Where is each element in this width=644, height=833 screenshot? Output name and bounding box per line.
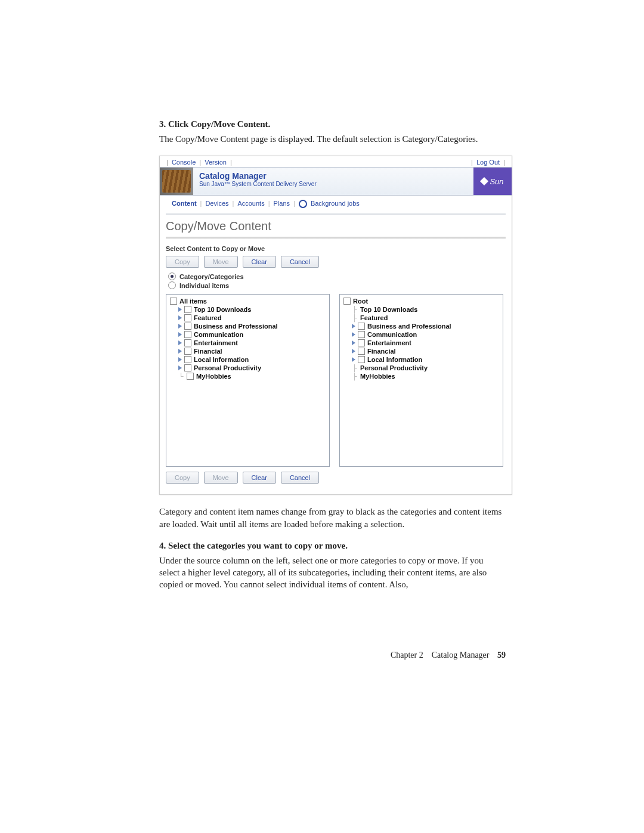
clear-button[interactable]: Clear [243, 472, 276, 484]
cancel-button[interactable]: Cancel [281, 256, 319, 268]
checkbox-icon[interactable] [184, 306, 191, 313]
footer-chapter: Chapter 2 [391, 651, 423, 659]
tree-item[interactable]: ├Featured [343, 314, 499, 322]
tree-item[interactable]: Featured [170, 314, 326, 322]
button-row-bottom: Copy Move Clear Cancel [166, 472, 506, 484]
radio-categories[interactable]: Category/Categories [168, 272, 506, 280]
dest-tree-panel: Root ├Top 10 Downloads├FeaturedBusiness … [339, 294, 503, 467]
link-version[interactable]: Version [205, 159, 227, 166]
tree-item[interactable]: Communication [170, 330, 326, 339]
cancel-button[interactable]: Cancel [281, 472, 319, 484]
step3-body: The Copy/Move Content page is displayed.… [159, 133, 506, 145]
expander-icon[interactable] [352, 340, 355, 345]
checkbox-icon[interactable] [358, 323, 365, 330]
expander-icon[interactable] [178, 349, 182, 354]
app-screenshot: | Console | Version | | Log Out | Catalo… [159, 156, 512, 495]
tree-item[interactable]: └MyHobbies [170, 372, 326, 380]
expander-icon[interactable] [352, 324, 355, 329]
expander-icon[interactable] [178, 340, 182, 345]
checkbox-icon[interactable] [358, 356, 365, 363]
step4-title: Select the categories you want to copy o… [168, 541, 348, 550]
tree-item[interactable]: Entertainment [343, 339, 499, 347]
tree-item-label: Financial [194, 348, 222, 355]
step4-body: Under the source column on the left, sel… [159, 555, 506, 591]
expander-icon[interactable] [178, 315, 182, 320]
move-button[interactable]: Move [204, 472, 238, 484]
tree-item[interactable]: Communication [343, 330, 499, 339]
nav-devices[interactable]: Devices [205, 200, 228, 207]
expander-icon[interactable] [178, 366, 182, 370]
tree-item[interactable]: Local Information [170, 355, 326, 364]
step3-title: Click Copy/Move Content. [168, 119, 270, 129]
copy-button[interactable]: Copy [166, 472, 199, 484]
checkbox-icon[interactable] [170, 298, 177, 305]
expander-icon[interactable] [178, 307, 182, 312]
tree-item[interactable]: Personal Productivity [170, 364, 326, 372]
copy-button[interactable]: Copy [166, 256, 199, 268]
tree-item[interactable]: Local Information [343, 355, 499, 364]
tree-item[interactable]: Financial [343, 347, 499, 355]
tree-line-icon: ├ [352, 314, 358, 321]
tree-line-icon: ├ [352, 364, 358, 371]
tree-item-label: Entertainment [367, 339, 411, 346]
header-band: Catalog Manager Sun Java™ System Content… [160, 167, 512, 196]
tree-root-label: Root [353, 298, 368, 305]
checkbox-icon[interactable] [184, 348, 191, 355]
expander-icon[interactable] [178, 357, 182, 362]
step3-num: 3. [159, 119, 166, 129]
tree-item[interactable]: ├Personal Productivity [343, 364, 499, 372]
nav-background-jobs[interactable]: Background jobs [311, 200, 360, 207]
tree-item[interactable]: ├MyHobbies [343, 372, 499, 380]
sun-logo: Sun [473, 168, 512, 195]
clear-button[interactable]: Clear [243, 256, 276, 268]
tree-item-label: Communication [367, 331, 417, 338]
tree-item[interactable]: ├Top 10 Downloads [343, 305, 499, 314]
expander-icon[interactable] [352, 349, 355, 354]
tree-root[interactable]: All items [170, 297, 326, 305]
nav-plans[interactable]: Plans [274, 200, 290, 207]
tree-item-label: Entertainment [194, 339, 238, 346]
tree-root-label: All items [179, 298, 207, 305]
gear-icon [299, 200, 307, 208]
tree-item-label: Local Information [367, 356, 422, 363]
checkbox-icon[interactable] [184, 323, 191, 330]
page-title: Copy/Move Content [166, 217, 506, 237]
checkbox-icon[interactable] [343, 298, 351, 305]
nav-content[interactable]: Content [172, 200, 197, 207]
tree-item[interactable]: Financial [170, 347, 326, 355]
expander-icon[interactable] [352, 332, 355, 337]
expander-icon[interactable] [178, 332, 182, 337]
tree-item-label: Business and Professional [367, 323, 451, 330]
expander-icon[interactable] [178, 324, 182, 329]
step3-heading: 3. Click Copy/Move Content. [159, 119, 506, 129]
checkbox-icon[interactable] [358, 339, 365, 346]
tree-item-label: Personal Productivity [194, 364, 261, 371]
tree-line-icon: ├ [352, 306, 358, 313]
after-screenshot-text: Category and content item names change f… [159, 506, 506, 530]
checkbox-icon[interactable] [358, 348, 365, 355]
tree-item[interactable]: Top 10 Downloads [170, 305, 326, 314]
checkbox-icon[interactable] [184, 331, 191, 338]
tree-item[interactable]: Business and Professional [343, 322, 499, 330]
checkbox-icon[interactable] [187, 373, 194, 380]
source-tree-panel: All items Top 10 DownloadsFeaturedBusine… [166, 294, 330, 467]
nav-accounts[interactable]: Accounts [237, 200, 264, 207]
checkbox-icon[interactable] [184, 314, 191, 321]
radio-individual-label: Individual items [179, 282, 229, 289]
move-button[interactable]: Move [204, 256, 238, 268]
checkbox-icon[interactable] [184, 339, 191, 346]
tree-root[interactable]: Root [343, 297, 499, 305]
checkbox-icon[interactable] [358, 331, 365, 338]
section-label: Select Content to Copy or Move [166, 245, 506, 252]
checkbox-icon[interactable] [184, 364, 191, 371]
tree-item-label: Local Information [194, 356, 249, 363]
tree-item[interactable]: Entertainment [170, 339, 326, 347]
radio-categories-label: Category/Categories [179, 273, 244, 280]
expander-icon[interactable] [352, 357, 355, 362]
tree-item[interactable]: Business and Professional [170, 322, 326, 330]
checkbox-icon[interactable] [184, 356, 191, 363]
header-subtitle: Sun Java™ System Content Delivery Server [199, 181, 467, 187]
link-console[interactable]: Console [172, 159, 196, 166]
link-logout[interactable]: Log Out [476, 159, 500, 166]
radio-individual[interactable]: Individual items [168, 281, 506, 289]
